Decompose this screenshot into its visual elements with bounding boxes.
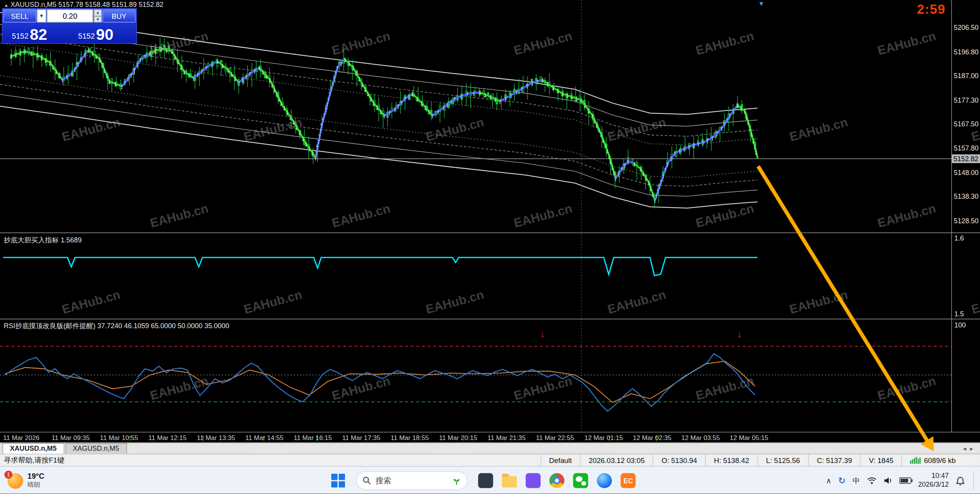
weather-condition: 晴朗 <box>28 481 44 489</box>
tray-chevron-icon[interactable]: ∧ <box>826 476 831 485</box>
show-desktop-button[interactable] <box>973 471 975 490</box>
ime-indicator[interactable]: 中 <box>852 475 860 486</box>
sync-icon[interactable]: ↻ <box>838 476 846 486</box>
sell-price[interactable]: 515282 <box>3 23 69 43</box>
svg-text:↓: ↓ <box>148 49 152 57</box>
time-axis-label: 11 Mar 13:35 <box>197 434 235 442</box>
svg-text:↓: ↓ <box>575 94 579 103</box>
price-scale-label: 5148.00 <box>954 168 978 176</box>
search-icon <box>363 476 371 485</box>
svg-text:↑: ↑ <box>192 74 196 82</box>
wifi-icon[interactable] <box>867 477 877 484</box>
wechat-icon[interactable] <box>569 467 592 494</box>
svg-text:↑: ↑ <box>83 50 87 59</box>
time-axis-label: 11 Mar 20:15 <box>439 434 477 442</box>
volume-icon[interactable] <box>884 477 893 484</box>
svg-text:↓: ↓ <box>91 49 95 57</box>
ind1-line <box>3 257 757 275</box>
taskbar-clock[interactable]: 10:47 2026/3/12 <box>918 472 949 489</box>
rsi-label: RSI抄底摸顶改良版(邮件提醒) 37.7240 46.1059 65.0000… <box>4 321 229 330</box>
time-axis[interactable]: 11 Mar 202611 Mar 09:3511 Mar 10:5511 Ma… <box>0 432 951 442</box>
battery-icon[interactable] <box>900 478 911 484</box>
chart-tab-strip: XAUUSD.n,M5XAGUSD.n,M5 ◂▸ <box>0 442 980 453</box>
tabs-scroll-right-icon[interactable]: ▸ <box>968 445 975 452</box>
svg-text:↑: ↑ <box>515 87 519 96</box>
svg-text:↓: ↓ <box>478 88 482 97</box>
lot-stepper: ▲▼ <box>94 9 102 22</box>
app-icon-terminal[interactable] <box>474 467 497 494</box>
svg-text:↑: ↑ <box>430 111 434 119</box>
weather-widget[interactable]: 1 19°C 晴朗 <box>3 469 49 492</box>
svg-text:↑: ↑ <box>453 94 457 103</box>
app-icon-purple[interactable] <box>521 467 545 494</box>
tabs-scroll-left-icon[interactable]: ◂ <box>961 445 968 452</box>
svg-text:↓: ↓ <box>343 55 347 64</box>
svg-text:↑: ↑ <box>715 128 719 137</box>
svg-text:↑: ↑ <box>335 63 339 72</box>
svg-text:↑: ↑ <box>205 63 208 72</box>
svg-text:↑: ↑ <box>626 157 630 165</box>
chrome-icon[interactable] <box>545 467 569 494</box>
svg-text:↑: ↑ <box>504 94 507 102</box>
svg-text:↓: ↓ <box>579 96 583 104</box>
status-bar: 寻求帮助,请按F1键 Default2026.03.12 03:05O: 513… <box>0 454 980 466</box>
time-axis-label: 11 Mar 17:35 <box>342 434 381 442</box>
chart-tab-xauusd-n-m5[interactable]: XAUUSD.n,M5 <box>3 443 64 454</box>
svg-text:↑: ↑ <box>536 77 540 85</box>
notification-bell-icon[interactable] <box>955 476 965 485</box>
svg-text:↓: ↓ <box>561 89 564 98</box>
svg-text:↓: ↓ <box>556 86 560 95</box>
svg-text:↓: ↓ <box>36 51 39 59</box>
chart-tab-xagusd-n-m5[interactable]: XAGUSD.n,M5 <box>65 443 127 454</box>
svg-text:↑: ↑ <box>520 84 524 93</box>
file-explorer-icon[interactable] <box>497 467 521 494</box>
price-scale[interactable]: 5206.505196.805187.005177.305167.505157.… <box>954 0 980 432</box>
svg-text:↑: ↑ <box>666 159 669 168</box>
svg-text:↑: ↑ <box>525 81 529 90</box>
buy-button[interactable]: BUY <box>103 9 136 22</box>
mt5-terminal-window: ↓↓↓↓↓↓↓↓↓↓↓↓↑↑↑↑↑↑↑↓↓↓↓↓↓↓↓↓↑↑↑↑↑↑↑↑↓↓↓↓… <box>0 0 980 466</box>
svg-text:↑: ↑ <box>407 92 411 100</box>
status-cell-3: H: 5138.42 <box>705 454 757 466</box>
svg-text:↑: ↑ <box>237 78 241 87</box>
chart-corner-icon: ▼ <box>758 0 764 7</box>
ind1-label: 抄底大胆买入指标 1.5689 <box>4 236 82 245</box>
svg-text:↑: ↑ <box>673 149 677 157</box>
chart-title: ▲XAUUSD.n,M5 5157.78 5158.48 5151.89 515… <box>4 1 164 8</box>
time-axis-label: 11 Mar 21:35 <box>488 434 526 442</box>
price-scale-label: 5206.50 <box>954 24 978 31</box>
status-cell-1: 2026.03.12 03:05 <box>580 454 653 466</box>
svg-text:↓: ↓ <box>154 47 157 55</box>
svg-text:↓: ↓ <box>347 59 351 67</box>
svg-text:↓: ↓ <box>489 92 492 101</box>
start-button[interactable] <box>326 467 350 494</box>
svg-text:↑: ↑ <box>253 66 257 75</box>
clock-time: 10:47 <box>918 472 949 481</box>
app-icon-ec[interactable]: EC <box>616 467 640 494</box>
price-scale-label: 5128.50 <box>954 217 978 224</box>
svg-text:↓: ↓ <box>9 52 13 60</box>
lot-dropdown-icon[interactable]: ▼ <box>37 9 46 22</box>
chart-title-text: XAUUSD.n,M5 5157.78 5158.48 5151.89 5152… <box>11 1 164 8</box>
svg-text:↓: ↓ <box>23 47 27 55</box>
sell-button[interactable]: SELL <box>3 9 36 22</box>
data-histogram-icon <box>910 457 921 464</box>
chart-canvas[interactable]: ↓↓↓↓↓↓↓↓↓↓↓↓↑↑↑↑↑↑↑↓↓↓↓↓↓↓↓↓↑↑↑↑↑↑↑↑↓↓↓↓… <box>0 0 980 442</box>
search-placeholder: 搜索 <box>376 475 448 486</box>
weather-temperature: 19°C <box>28 473 44 481</box>
svg-text:↓: ↓ <box>415 94 419 103</box>
svg-text:↑: ↑ <box>388 108 392 116</box>
ind1-scale-max: 1.6 <box>954 234 964 242</box>
buy-price[interactable]: 515290 <box>69 23 136 43</box>
svg-text:↓: ↓ <box>587 106 591 115</box>
status-data-cell: 6089/6 kb <box>901 454 964 466</box>
lot-decrease-button[interactable]: ▼ <box>94 16 102 23</box>
ind1-scale-min: 1.5 <box>954 310 964 317</box>
svg-text:↑: ↑ <box>531 78 535 87</box>
svg-text:↓: ↓ <box>159 44 163 53</box>
lot-size-input[interactable]: 0.20 <box>47 9 93 22</box>
app-icon-blue[interactable] <box>592 467 616 494</box>
lot-increase-button[interactable]: ▲ <box>94 9 102 16</box>
search-box[interactable]: 搜索 <box>356 471 467 490</box>
price-scale-label: 5177.30 <box>954 96 978 104</box>
